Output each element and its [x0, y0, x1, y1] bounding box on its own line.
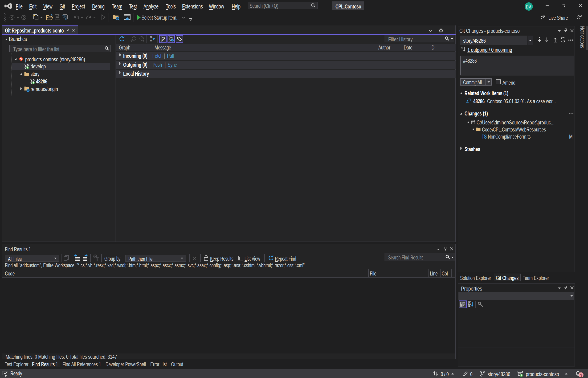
- svg-text:A: A: [469, 301, 471, 304]
- svg-text:Z: Z: [469, 304, 470, 307]
